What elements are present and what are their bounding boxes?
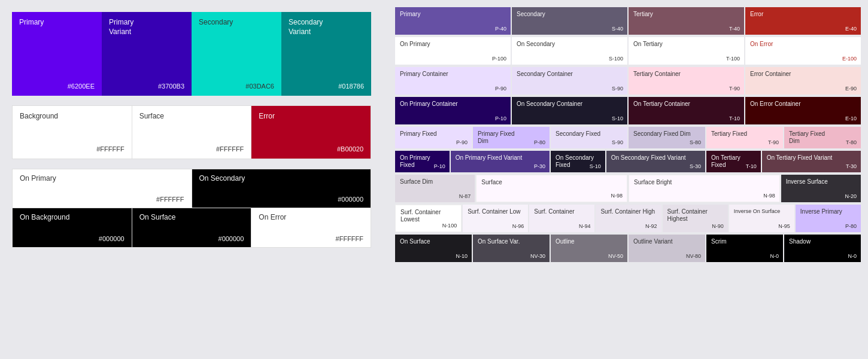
surface-dim-code: N-87 — [459, 193, 471, 199]
secondary-fixed-cell: Secondary Fixed S-90 — [551, 127, 627, 148]
on-primary-container-cell: On Primary Container P-10 — [395, 97, 511, 124]
on-secondary-label: On Secondary — [199, 174, 364, 182]
error-container-code: E-90 — [845, 86, 857, 92]
primary-hex: #6200EE — [68, 83, 95, 90]
inverse-primary-code: P-80 — [845, 223, 857, 229]
on-primary-fixed-cell: On Primary Fixed P-10 — [395, 151, 450, 172]
surface-right-cell: Surface N-98 — [476, 175, 627, 202]
on-secondary-fixed-cell: On Secondary Fixed S-10 — [551, 151, 605, 172]
secondary-fixed-dim-label: Secondary Fixed Dim — [633, 130, 700, 138]
on-primary-container-code: P-10 — [495, 115, 506, 121]
background-label: Background — [20, 112, 125, 120]
primary-color-row: Primary #6200EE PrimaryVariant #3700B3 S… — [12, 12, 371, 96]
surface-bright-cell: Surface Bright N-98 — [629, 175, 780, 202]
left-panel: Primary #6200EE PrimaryVariant #3700B3 S… — [0, 0, 383, 359]
on-error-container-label: On Error Container — [750, 101, 856, 108]
primary-container-cell: Primary Container P-90 — [395, 67, 511, 95]
color-row-5bc: On Primary Fixed P-10 On Primary Fixed V… — [395, 151, 861, 172]
on-surface-left-hex: #000000 — [218, 235, 244, 242]
right-panel: Primary P-40 Secondary S-40 Tertiary T-4… — [388, 0, 868, 359]
on-primary-cell-code: P-100 — [492, 56, 506, 62]
on-surface-cell: On Surface N-10 — [395, 235, 472, 262]
secondary-container-code: S-90 — [612, 86, 623, 92]
on-tertiary-fixed-variant-label: On Tertiary Fixed Variant — [767, 154, 856, 162]
on-secondary-container-label: On Secondary Container — [517, 101, 623, 108]
secondary-fixed-code: S-90 — [612, 139, 623, 145]
secondary-fixed-dim-cell: Secondary Fixed Dim S-80 — [629, 127, 705, 148]
on-primary-hex: #FFFFFF — [156, 196, 184, 203]
on-error-container-cell: On Error Container E-10 — [745, 97, 861, 124]
secondary-variant-hex: #018786 — [338, 83, 364, 90]
on-tertiary-fixed-variant-code: T-30 — [846, 163, 857, 169]
tertiary-cell-label: Tertiary — [633, 11, 739, 18]
on-primary-cell: On Primary P-100 — [395, 37, 511, 65]
tertiary-cell: Tertiary T-40 — [629, 7, 744, 35]
tertiary-fixed-dim-cell: Tertiary FixedDim T-80 — [784, 127, 861, 148]
error-cell-code: E-40 — [845, 26, 857, 32]
on-surface-variant-code: NV-30 — [530, 253, 545, 259]
surf-container-label: Surf. Container — [534, 208, 590, 215]
color-row-4: On Primary Container P-10 On Secondary C… — [395, 97, 861, 124]
primary-label: Primary — [19, 18, 95, 26]
surface-dim-cell: Surface Dim N-87 — [395, 175, 475, 202]
secondary-cell-label: Secondary — [517, 11, 623, 18]
on-error-left-swatch: On Error #FFFFFF — [251, 208, 371, 247]
color-row-5a: Primary Fixed P-90 Primary FixedDim P-80… — [395, 127, 861, 148]
inverse-primary-cell: Inverse Primary P-80 — [796, 205, 861, 232]
surf-container-high-label: Surf. Container High — [600, 208, 656, 215]
on-secondary-swatch: On Secondary #000000 — [192, 169, 371, 208]
primary-cell-label: Primary — [400, 11, 506, 18]
error-label: Error — [259, 112, 363, 120]
outline-variant-code: NV-80 — [686, 253, 701, 259]
on-secondary-cell: On Secondary S-100 — [512, 37, 627, 65]
on-secondary-hex: #000000 — [338, 196, 363, 203]
secondary-cell: Secondary S-40 — [512, 7, 627, 35]
scrim-code: N-0 — [770, 253, 779, 259]
on-background-hex: #000000 — [99, 235, 125, 242]
on-error-container-code: E-10 — [845, 115, 857, 121]
shadow-label: Shadow — [789, 238, 856, 245]
outline-variant-cell: Outline Variant NV-80 — [629, 235, 705, 262]
on-primary-fixed-variant-label: On Primary Fixed Variant — [456, 154, 545, 162]
surf-container-low-label: Surf. Container Low — [468, 208, 523, 215]
surf-container-lowest-code: N-100 — [442, 223, 457, 229]
on-primary-swatch: On Primary #FFFFFF — [13, 169, 192, 208]
secondary-fixed-dim-code: S-80 — [690, 139, 701, 145]
surface-bright-label: Surface Bright — [634, 179, 775, 186]
on-secondary-container-cell: On Secondary Container S-10 — [512, 97, 627, 124]
tertiary-container-code: T-90 — [729, 86, 740, 92]
surface-dim-label: Surface Dim — [400, 178, 470, 185]
on-tertiary-cell-code: T-100 — [726, 56, 740, 62]
surf-container-highest-label: Surf. Container Highest — [667, 208, 723, 223]
on-tertiary-fixed-cell: On Tertiary Fixed T-10 — [706, 151, 761, 172]
surf-container-highest-cell: Surf. Container Highest N-90 — [663, 205, 728, 232]
tertiary-container-cell: Tertiary Container T-90 — [629, 67, 744, 95]
on-row-top: On Primary #FFFFFF On Secondary #000000 — [13, 169, 371, 208]
panel-divider — [383, 0, 388, 359]
primary-variant-swatch: PrimaryVariant #3700B3 — [102, 12, 192, 96]
primary-fixed-dim-cell: Primary FixedDim P-80 — [473, 127, 550, 148]
surf-container-code: N-94 — [579, 223, 591, 229]
on-primary-cell-label: On Primary — [400, 41, 506, 48]
error-swatch: Error #B00020 — [251, 106, 371, 159]
tertiary-fixed-cell: Tertiary Fixed T-90 — [706, 127, 783, 148]
surf-container-low-cell: Surf. Container Low N-96 — [463, 205, 528, 232]
on-secondary-cell-label: On Secondary — [517, 41, 623, 48]
secondary-swatch: Secondary #03DAC6 — [192, 12, 281, 96]
inverse-surface-code: N-20 — [845, 193, 857, 199]
on-background-label: On Background — [20, 213, 125, 221]
secondary-variant-swatch: SecondaryVariant #018786 — [281, 12, 371, 96]
primary-cell: Primary P-40 — [395, 7, 511, 35]
on-error-cell-code: E-100 — [842, 56, 857, 62]
secondary-container-cell: Secondary Container S-90 — [512, 67, 627, 95]
color-row-2: On Primary P-100 On Secondary S-100 On T… — [395, 37, 861, 65]
outline-variant-label: Outline Variant — [633, 238, 700, 245]
inverse-on-surface-label: Inverse On Surface — [734, 208, 790, 215]
tertiary-fixed-dim-code: T-80 — [846, 139, 857, 145]
inverse-primary-label: Inverse Primary — [800, 208, 856, 215]
primary-variant-label: PrimaryVariant — [109, 18, 184, 36]
surf-container-cell: Surf. Container N-94 — [529, 205, 594, 232]
inverse-on-surface-cell: Inverse On Surface N-95 — [729, 205, 794, 232]
tertiary-fixed-code: T-90 — [768, 139, 779, 145]
on-primary-container-label: On Primary Container — [400, 101, 506, 108]
